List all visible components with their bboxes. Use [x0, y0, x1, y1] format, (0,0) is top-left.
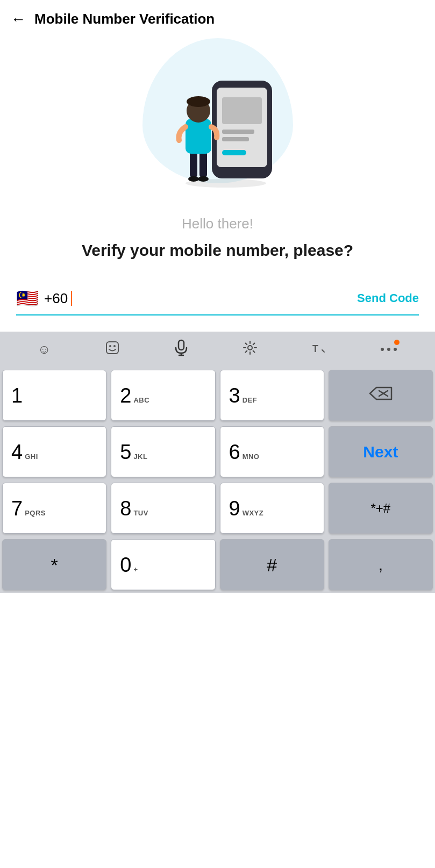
keyboard-row-2: 4 GHI 5 JKL 6 MNO Next [0, 424, 435, 480]
keyboard: 1 2 ABC 3 DEF [0, 367, 435, 593]
svg-point-23 [387, 348, 390, 351]
illustration-area [0, 33, 435, 199]
settings-icon[interactable] [243, 340, 258, 358]
phone-input-area: 🇲🇾 +60 Send Code [0, 277, 435, 315]
keyboard-row-1: 1 2 ABC 3 DEF [0, 367, 435, 424]
back-button[interactable]: ← [11, 12, 26, 27]
key-hash[interactable]: # [220, 539, 324, 590]
svg-rect-5 [222, 150, 246, 155]
svg-rect-4 [222, 137, 249, 141]
key-4[interactable]: 4 GHI [2, 426, 106, 477]
keyboard-row-4: * 0 + # , [0, 536, 435, 593]
svg-point-24 [394, 348, 397, 351]
keyboard-toolbar: ☺ T [0, 332, 435, 367]
svg-rect-3 [222, 130, 254, 134]
phone-row: 🇲🇾 +60 Send Code [16, 288, 419, 315]
font-icon[interactable]: T [311, 340, 326, 358]
key-5[interactable]: 5 JKL [111, 426, 215, 477]
svg-point-13 [186, 179, 266, 188]
svg-rect-2 [222, 97, 262, 124]
keyboard-row-3: 7 PQRS 8 TUV 9 WXYZ *+# [0, 480, 435, 536]
key-8[interactable]: 8 TUV [111, 483, 215, 534]
key-9[interactable]: 9 WXYZ [220, 483, 324, 534]
key-0[interactable]: 0 + [111, 539, 215, 590]
key-comma[interactable]: , [329, 539, 433, 590]
backspace-icon [369, 385, 393, 406]
svg-point-20 [248, 346, 252, 350]
illustration-image [142, 44, 293, 194]
svg-text:T: T [312, 343, 318, 354]
svg-rect-14 [106, 342, 118, 354]
sticker-icon[interactable] [105, 340, 120, 358]
svg-rect-10 [186, 119, 211, 154]
next-label: Next [338, 443, 424, 461]
key-6[interactable]: 6 MNO [220, 426, 324, 477]
svg-rect-7 [199, 151, 207, 178]
svg-point-12 [187, 96, 210, 107]
backspace-key[interactable] [329, 370, 433, 421]
text-cursor [71, 291, 72, 306]
header: ← Mobile Number Verification [0, 0, 435, 33]
next-key[interactable]: Next [329, 426, 433, 477]
notification-dot [394, 340, 400, 345]
country-code: +60 [44, 290, 68, 307]
send-code-button[interactable]: Send Code [357, 291, 419, 305]
microphone-icon[interactable] [174, 339, 189, 360]
key-2[interactable]: 2 ABC [111, 370, 215, 421]
page-title: Mobile Number Verification [34, 11, 215, 27]
more-icon[interactable] [380, 342, 397, 357]
key-1[interactable]: 1 [2, 370, 106, 421]
text-area: Hello there! Verify your mobile number, … [0, 199, 435, 277]
svg-rect-6 [190, 151, 197, 178]
key-7[interactable]: 7 PQRS [2, 483, 106, 534]
key-star[interactable]: * [2, 539, 106, 590]
emoji-icon[interactable]: ☺ [38, 342, 51, 357]
svg-point-22 [381, 348, 384, 351]
special-chars-key[interactable]: *+# [329, 483, 433, 534]
svg-point-16 [113, 345, 116, 347]
subtitle-text: Verify your mobile number, please? [32, 240, 403, 261]
svg-point-15 [109, 345, 111, 347]
svg-rect-17 [179, 340, 184, 350]
country-flag[interactable]: 🇲🇾 [16, 288, 39, 309]
greeting-text: Hello there! [32, 216, 403, 232]
key-3[interactable]: 3 DEF [220, 370, 324, 421]
